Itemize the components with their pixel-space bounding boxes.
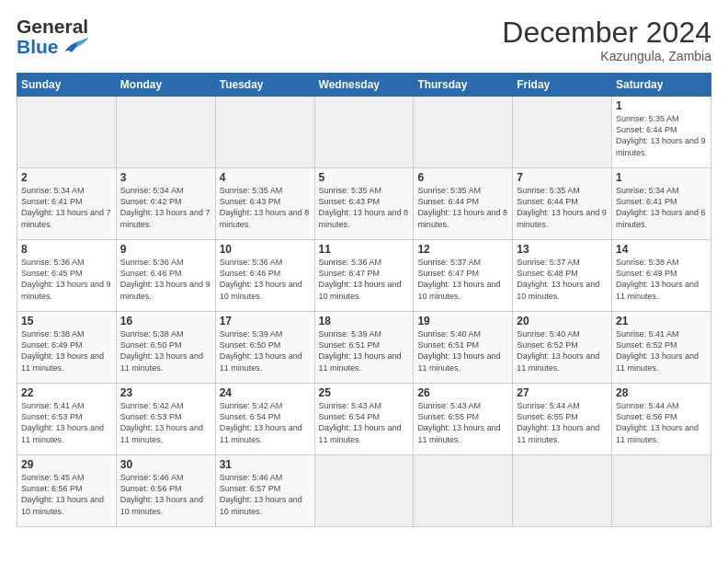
day-number: 11 bbox=[319, 243, 410, 256]
calendar-day-cell: 1Sunrise: 5:34 AMSunset: 6:41 PMDaylight… bbox=[612, 168, 711, 240]
day-number: 25 bbox=[319, 386, 410, 399]
main-title: December 2024 bbox=[502, 17, 711, 49]
calendar-week-row: 8Sunrise: 5:36 AMSunset: 6:45 PMDaylight… bbox=[17, 240, 711, 312]
day-info: Sunrise: 5:44 AMSunset: 6:55 PMDaylight:… bbox=[517, 400, 608, 445]
day-number: 29 bbox=[21, 458, 112, 471]
day-number: 24 bbox=[220, 386, 311, 399]
logo-general: General bbox=[17, 17, 90, 36]
day-number: 22 bbox=[21, 386, 112, 399]
day-number: 9 bbox=[120, 243, 211, 256]
calendar-day-cell: 8Sunrise: 5:36 AMSunset: 6:45 PMDaylight… bbox=[17, 240, 117, 312]
day-number: 4 bbox=[220, 171, 311, 184]
day-number: 18 bbox=[319, 315, 410, 327]
day-number: 5 bbox=[319, 171, 410, 184]
calendar-day-cell: 21Sunrise: 5:41 AMSunset: 6:52 PMDayligh… bbox=[612, 312, 711, 384]
calendar-day-cell: 11Sunrise: 5:36 AMSunset: 6:47 PMDayligh… bbox=[314, 240, 414, 312]
day-info: Sunrise: 5:40 AMSunset: 6:52 PMDaylight:… bbox=[517, 328, 608, 373]
day-info: Sunrise: 5:35 AMSunset: 6:44 PMDaylight:… bbox=[417, 185, 508, 230]
calendar-day-cell: 29Sunrise: 5:45 AMSunset: 6:56 PMDayligh… bbox=[17, 455, 117, 527]
day-info: Sunrise: 5:35 AMSunset: 6:44 PMDaylight:… bbox=[517, 185, 608, 230]
day-number: 28 bbox=[616, 386, 707, 399]
calendar-day-cell bbox=[17, 97, 117, 168]
calendar-day-cell: 31Sunrise: 5:46 AMSunset: 6:57 PMDayligh… bbox=[215, 455, 314, 527]
calendar-day-cell bbox=[215, 97, 314, 168]
subtitle: Kazungula, Zambia bbox=[502, 49, 711, 63]
day-info: Sunrise: 5:46 AMSunset: 6:56 PMDaylight:… bbox=[120, 472, 211, 517]
page: General Blue December 2024 Kazungula, Za… bbox=[0, 0, 728, 563]
title-block: December 2024 Kazungula, Zambia bbox=[502, 17, 711, 63]
calendar-day-cell: 18Sunrise: 5:39 AMSunset: 6:51 PMDayligh… bbox=[314, 312, 414, 384]
calendar-day-cell: 20Sunrise: 5:40 AMSunset: 6:52 PMDayligh… bbox=[513, 312, 612, 384]
calendar-day-cell bbox=[116, 97, 215, 168]
day-info: Sunrise: 5:38 AMSunset: 6:49 PMDaylight:… bbox=[21, 328, 112, 373]
calendar-day-cell bbox=[414, 97, 513, 168]
col-wednesday: Wednesday bbox=[314, 74, 414, 97]
day-number: 8 bbox=[21, 243, 112, 256]
calendar-day-cell: 22Sunrise: 5:41 AMSunset: 6:53 PMDayligh… bbox=[17, 384, 117, 455]
day-info: Sunrise: 5:34 AMSunset: 6:42 PMDaylight:… bbox=[120, 185, 211, 230]
calendar-day-cell: 26Sunrise: 5:43 AMSunset: 6:55 PMDayligh… bbox=[414, 384, 513, 455]
calendar-day-cell: 4Sunrise: 5:35 AMSunset: 6:43 PMDaylight… bbox=[215, 168, 314, 240]
day-info: Sunrise: 5:36 AMSunset: 6:47 PMDaylight:… bbox=[319, 257, 410, 302]
day-info: Sunrise: 5:46 AMSunset: 6:57 PMDaylight:… bbox=[220, 472, 311, 517]
logo: General Blue bbox=[17, 17, 90, 56]
calendar-week-row: 15Sunrise: 5:38 AMSunset: 6:49 PMDayligh… bbox=[17, 312, 711, 384]
day-info: Sunrise: 5:36 AMSunset: 6:46 PMDaylight:… bbox=[120, 257, 211, 302]
day-info: Sunrise: 5:37 AMSunset: 6:48 PMDaylight:… bbox=[517, 257, 608, 302]
day-number: 15 bbox=[21, 315, 112, 327]
day-info: Sunrise: 5:41 AMSunset: 6:53 PMDaylight:… bbox=[21, 400, 112, 445]
day-info: Sunrise: 5:42 AMSunset: 6:54 PMDaylight:… bbox=[220, 400, 311, 445]
day-info: Sunrise: 5:40 AMSunset: 6:51 PMDaylight:… bbox=[417, 328, 508, 373]
day-number: 2 bbox=[21, 171, 112, 184]
day-number: 26 bbox=[417, 386, 508, 399]
day-number: 3 bbox=[120, 171, 211, 184]
calendar-day-cell: 19Sunrise: 5:40 AMSunset: 6:51 PMDayligh… bbox=[414, 312, 513, 384]
day-info: Sunrise: 5:42 AMSunset: 6:53 PMDaylight:… bbox=[120, 400, 211, 445]
calendar-day-cell bbox=[414, 455, 513, 527]
day-number: 17 bbox=[220, 315, 311, 327]
calendar-day-cell: 28Sunrise: 5:44 AMSunset: 6:56 PMDayligh… bbox=[612, 384, 711, 455]
calendar-day-cell bbox=[314, 455, 414, 527]
day-info: Sunrise: 5:36 AMSunset: 6:45 PMDaylight:… bbox=[21, 257, 112, 302]
calendar-week-row: 1Sunrise: 5:35 AMSunset: 6:44 PMDaylight… bbox=[17, 97, 711, 168]
day-info: Sunrise: 5:41 AMSunset: 6:52 PMDaylight:… bbox=[616, 328, 707, 373]
col-saturday: Saturday bbox=[612, 74, 711, 97]
logo-bird-icon bbox=[61, 36, 90, 56]
day-number: 23 bbox=[120, 386, 211, 399]
calendar-day-cell: 15Sunrise: 5:38 AMSunset: 6:49 PMDayligh… bbox=[17, 312, 117, 384]
day-info: Sunrise: 5:34 AMSunset: 6:41 PMDaylight:… bbox=[616, 185, 707, 230]
day-info: Sunrise: 5:39 AMSunset: 6:51 PMDaylight:… bbox=[319, 328, 410, 373]
day-number: 14 bbox=[616, 243, 707, 256]
calendar-header-row: Sunday Monday Tuesday Wednesday Thursday… bbox=[17, 74, 711, 97]
day-info: Sunrise: 5:35 AMSunset: 6:43 PMDaylight:… bbox=[220, 185, 311, 230]
day-info: Sunrise: 5:44 AMSunset: 6:56 PMDaylight:… bbox=[616, 400, 707, 445]
calendar-day-cell: 2Sunrise: 5:34 AMSunset: 6:41 PMDaylight… bbox=[17, 168, 117, 240]
calendar-day-cell bbox=[612, 455, 711, 527]
calendar-day-cell: 6Sunrise: 5:35 AMSunset: 6:44 PMDaylight… bbox=[414, 168, 513, 240]
day-info: Sunrise: 5:36 AMSunset: 6:46 PMDaylight:… bbox=[220, 257, 311, 302]
calendar-day-cell: 13Sunrise: 5:37 AMSunset: 6:48 PMDayligh… bbox=[513, 240, 612, 312]
calendar-day-cell bbox=[513, 97, 612, 168]
day-info: Sunrise: 5:43 AMSunset: 6:55 PMDaylight:… bbox=[417, 400, 508, 445]
day-number: 1 bbox=[616, 171, 707, 184]
calendar-week-row: 22Sunrise: 5:41 AMSunset: 6:53 PMDayligh… bbox=[17, 384, 711, 455]
day-number: 20 bbox=[517, 315, 608, 327]
day-info: Sunrise: 5:39 AMSunset: 6:50 PMDaylight:… bbox=[220, 328, 311, 373]
calendar-day-cell: 16Sunrise: 5:38 AMSunset: 6:50 PMDayligh… bbox=[116, 312, 215, 384]
header: General Blue December 2024 Kazungula, Za… bbox=[17, 17, 711, 63]
calendar-day-cell: 1Sunrise: 5:35 AMSunset: 6:44 PMDaylight… bbox=[612, 97, 711, 168]
day-info: Sunrise: 5:45 AMSunset: 6:56 PMDaylight:… bbox=[21, 472, 112, 517]
col-friday: Friday bbox=[513, 74, 612, 97]
day-info: Sunrise: 5:34 AMSunset: 6:41 PMDaylight:… bbox=[21, 185, 112, 230]
calendar-day-cell: 3Sunrise: 5:34 AMSunset: 6:42 PMDaylight… bbox=[116, 168, 215, 240]
calendar-day-cell: 17Sunrise: 5:39 AMSunset: 6:50 PMDayligh… bbox=[215, 312, 314, 384]
col-tuesday: Tuesday bbox=[215, 74, 314, 97]
calendar-day-cell: 14Sunrise: 5:38 AMSunset: 6:49 PMDayligh… bbox=[612, 240, 711, 312]
day-info: Sunrise: 5:38 AMSunset: 6:50 PMDaylight:… bbox=[120, 328, 211, 373]
calendar-week-row: 2Sunrise: 5:34 AMSunset: 6:41 PMDaylight… bbox=[17, 168, 711, 240]
day-number: 10 bbox=[220, 243, 311, 256]
calendar-day-cell: 30Sunrise: 5:46 AMSunset: 6:56 PMDayligh… bbox=[116, 455, 215, 527]
calendar-day-cell bbox=[513, 455, 612, 527]
day-number: 21 bbox=[616, 315, 707, 327]
day-info: Sunrise: 5:38 AMSunset: 6:49 PMDaylight:… bbox=[616, 257, 707, 302]
